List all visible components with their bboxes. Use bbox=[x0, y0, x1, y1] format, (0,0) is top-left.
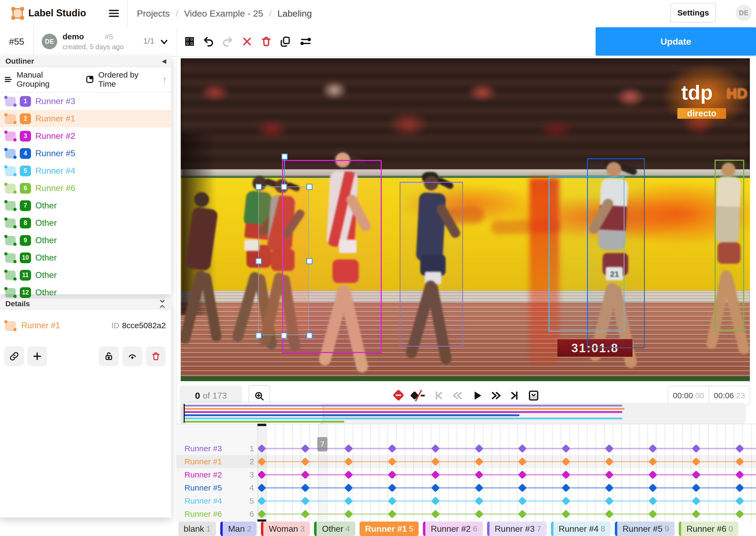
resize-handle[interactable] bbox=[256, 258, 262, 264]
collapse-timeline-button[interactable] bbox=[527, 389, 540, 402]
keyframe-diamond[interactable] bbox=[561, 496, 570, 505]
grouping-selector[interactable]: Manual Grouping bbox=[16, 70, 78, 88]
outliner-region-row[interactable]: 3Runner #2 bbox=[0, 127, 171, 145]
outliner-region-row[interactable]: 4Runner #5 bbox=[0, 145, 171, 162]
label-hotkey-chip[interactable]: Runner #37 bbox=[487, 521, 547, 536]
keyframe-diamond[interactable] bbox=[692, 483, 701, 492]
go-to-first-frame-button[interactable] bbox=[433, 390, 445, 401]
keyframe-diamond[interactable] bbox=[475, 444, 483, 453]
keyframe-diamond[interactable] bbox=[257, 457, 266, 466]
keyframe-diamond[interactable] bbox=[475, 470, 483, 479]
toggle-interpolation-button[interactable] bbox=[410, 388, 425, 403]
keyframe-diamond[interactable] bbox=[301, 496, 310, 505]
label-hotkey-chip[interactable]: Runner #26 bbox=[423, 521, 483, 536]
resize-handle[interactable] bbox=[256, 184, 262, 190]
keyframe-diamond[interactable] bbox=[301, 483, 310, 492]
keyframe-diamond[interactable] bbox=[344, 496, 353, 505]
keyframe-diamond[interactable] bbox=[648, 444, 657, 453]
resize-handle[interactable] bbox=[306, 258, 312, 264]
user-avatar[interactable]: DE bbox=[736, 5, 752, 21]
resize-handle[interactable] bbox=[306, 184, 312, 190]
keyframe-diamond[interactable] bbox=[431, 496, 440, 505]
keyframe-diamond[interactable] bbox=[561, 457, 570, 466]
reject-annotation-button[interactable] bbox=[242, 36, 252, 47]
timeline-row-label[interactable]: Runner #6 bbox=[184, 510, 222, 519]
keyframe-diamond[interactable] bbox=[605, 483, 614, 492]
keyframe-diamond[interactable] bbox=[431, 483, 440, 492]
keyframe-diamond[interactable] bbox=[605, 510, 614, 519]
keyframe-diamond[interactable] bbox=[475, 496, 483, 505]
keyframe-diamond[interactable] bbox=[692, 496, 701, 505]
timeline-minimap[interactable] bbox=[180, 403, 746, 424]
delete-region-button[interactable] bbox=[146, 346, 166, 366]
keyframe-diamond[interactable] bbox=[561, 470, 570, 479]
keyframe-diamond[interactable] bbox=[605, 496, 614, 505]
outliner-region-row[interactable]: 9Other bbox=[0, 232, 171, 249]
keyframe-diamond[interactable] bbox=[257, 444, 266, 453]
playhead-tick[interactable] bbox=[257, 424, 266, 426]
region-box-runner-1-selected[interactable] bbox=[258, 186, 309, 335]
keyframe-diamond[interactable] bbox=[431, 457, 440, 466]
keyframe-diamond[interactable] bbox=[561, 510, 570, 519]
region-box-runner-4[interactable] bbox=[549, 177, 624, 332]
keyframe-diamond[interactable] bbox=[475, 510, 483, 519]
keyframe-diamond[interactable] bbox=[344, 444, 353, 453]
minimap-playhead[interactable] bbox=[184, 404, 185, 422]
redo-button[interactable] bbox=[222, 36, 234, 47]
keyframe-diamond[interactable] bbox=[692, 510, 701, 519]
update-button[interactable]: Update bbox=[596, 27, 756, 56]
delete-annotation-button[interactable] bbox=[261, 36, 272, 47]
play-button[interactable] bbox=[471, 389, 483, 402]
keyframe-diamond[interactable] bbox=[388, 470, 396, 479]
keyframe-diamond[interactable] bbox=[605, 444, 614, 453]
ordering-selector[interactable]: Ordered by Time bbox=[98, 70, 157, 88]
keyframe-diamond[interactable] bbox=[301, 470, 310, 479]
view-all-grid-button[interactable] bbox=[184, 36, 195, 47]
keyframe-diamond[interactable] bbox=[518, 444, 527, 453]
keyframe-diamond[interactable] bbox=[475, 483, 483, 492]
keyframe-diamond[interactable] bbox=[344, 483, 353, 492]
breadcrumb-project-name[interactable]: Video Example - 25 bbox=[184, 8, 263, 19]
keyframe-diamond[interactable] bbox=[735, 457, 744, 466]
keyframe-diamond[interactable] bbox=[388, 483, 396, 492]
keyframe-diamond[interactable] bbox=[561, 444, 570, 453]
keyframe-diamond[interactable] bbox=[518, 483, 527, 492]
keyframe-diamond[interactable] bbox=[605, 457, 614, 466]
duplicate-annotation-button[interactable] bbox=[280, 36, 291, 47]
keyframe-diamond[interactable] bbox=[475, 457, 483, 466]
keyframe-diamond[interactable] bbox=[561, 483, 570, 492]
keyframe-diamond[interactable] bbox=[648, 510, 657, 519]
keyframe-diamond[interactable] bbox=[518, 496, 527, 505]
video-frame[interactable]: 21 tdp HD directo 31:01.8 bbox=[181, 58, 750, 381]
hamburger-menu-icon[interactable] bbox=[108, 8, 120, 19]
keyframe-diamond[interactable] bbox=[388, 510, 396, 519]
keyframe-diamond[interactable] bbox=[692, 444, 701, 453]
keyframe-diamond[interactable] bbox=[518, 510, 527, 519]
keyframe-diamond[interactable] bbox=[431, 470, 440, 479]
remove-keyframe-button[interactable] bbox=[392, 388, 405, 403]
keyframe-diamond[interactable] bbox=[692, 470, 701, 479]
keyframe-diamond[interactable] bbox=[735, 510, 744, 519]
outliner-region-row[interactable]: 11Other bbox=[0, 266, 171, 284]
keyframe-diamond[interactable] bbox=[301, 457, 310, 466]
timeline-row-label[interactable]: Runner #5 bbox=[184, 483, 222, 492]
annotation-settings-button[interactable] bbox=[300, 36, 311, 47]
relation-link-button[interactable] bbox=[4, 346, 24, 366]
outliner-region-row[interactable]: 7Other bbox=[0, 197, 171, 214]
keyframe-diamond[interactable] bbox=[735, 496, 744, 505]
timeline-row-label[interactable]: Runner #2 bbox=[184, 470, 222, 479]
keyframe-diamond[interactable] bbox=[431, 510, 440, 519]
chevron-down-icon[interactable] bbox=[159, 36, 170, 47]
region-box-runner-3[interactable] bbox=[400, 182, 463, 347]
resize-handle[interactable] bbox=[281, 332, 287, 339]
label-hotkey-chip[interactable]: blank1 bbox=[178, 521, 216, 536]
timeline-row-label[interactable]: Runner #3 bbox=[184, 444, 222, 453]
label-hotkey-chip[interactable]: Runner #59 bbox=[615, 521, 675, 536]
label-hotkey-chip[interactable]: Woman3 bbox=[261, 521, 310, 536]
undo-button[interactable] bbox=[203, 36, 214, 47]
resize-handle[interactable] bbox=[281, 153, 288, 160]
keyframe-diamond[interactable] bbox=[257, 496, 266, 505]
sort-direction-icon[interactable]: ↑ bbox=[162, 74, 167, 85]
keyframe-diamond[interactable] bbox=[344, 457, 353, 466]
go-to-last-frame-button[interactable] bbox=[509, 390, 520, 401]
